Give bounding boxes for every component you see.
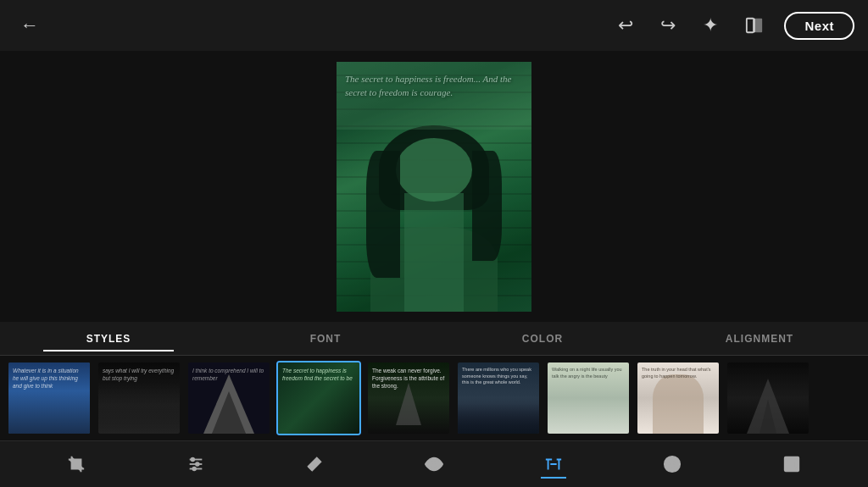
thumb-text-2: says what I will try everything but stop…: [103, 367, 175, 382]
svg-rect-0: [747, 19, 754, 33]
effects-tool-button[interactable]: [654, 451, 690, 477]
svg-point-7: [196, 462, 199, 466]
crop-tool-button[interactable]: [58, 451, 94, 477]
redo-button[interactable]: ↪: [654, 11, 682, 40]
svg-rect-12: [787, 460, 795, 468]
frames-tool-button[interactable]: [774, 451, 810, 477]
svg-rect-1: [755, 19, 762, 33]
thumb-text-5: The weak can never forgive. Forgiveness …: [372, 367, 445, 390]
main-canvas: The secret to happiness is freedom... An…: [0, 51, 868, 322]
magic-button[interactable]: ✦: [696, 11, 725, 40]
style-thumb-1[interactable]: Whatever it is in a situation he will gi…: [7, 361, 92, 435]
svg-point-6: [191, 458, 194, 462]
style-thumb-8[interactable]: The truth in your head that what's going…: [636, 361, 721, 435]
retouch-tool-button[interactable]: [297, 451, 332, 477]
top-left-controls: ←: [14, 11, 46, 40]
adjust-tool-button[interactable]: [178, 451, 214, 477]
thumb-text-7: Walking on a night life usually you talk…: [552, 367, 625, 379]
style-thumb-6[interactable]: There are millions who you speak someone…: [456, 361, 541, 435]
thumb-text-1: Whatever it is in a situation he will gi…: [13, 367, 86, 390]
text-tool-button[interactable]: [536, 451, 571, 477]
top-bar: ← ↩ ↪ ✦ Next: [0, 0, 868, 51]
top-right-controls: ↩ ↪ ✦ Next: [611, 11, 854, 40]
mask-tool-button[interactable]: [416, 451, 452, 477]
style-thumb-2[interactable]: says what I will try everything but stop…: [97, 361, 181, 435]
photo-container: The secret to happiness is freedom... An…: [337, 62, 531, 312]
svg-point-8: [192, 468, 196, 471]
thumb-text-4: The secret to happiness is freedom find …: [282, 367, 355, 382]
thumb-text-6: There are millions who you speak someone…: [462, 367, 535, 386]
style-thumb-7[interactable]: Walking on a night life usually you talk…: [546, 361, 631, 435]
thumb-text-8: The truth in your head that what's going…: [642, 367, 715, 379]
tab-styles[interactable]: STYLES: [0, 326, 217, 351]
bottom-toolbar: [0, 440, 868, 487]
next-button[interactable]: Next: [784, 12, 854, 40]
svg-point-10: [431, 462, 437, 467]
style-thumb-5[interactable]: The weak can never forgive. Forgiveness …: [366, 361, 451, 435]
style-thumb-4[interactable]: The secret to happiness is freedom find …: [276, 361, 361, 435]
thumb-text-3: I think to comprehend I will to remember: [192, 367, 265, 382]
tab-alignment[interactable]: ALIGNMENT: [651, 326, 868, 351]
tab-font[interactable]: FONT: [217, 326, 434, 351]
undo-button[interactable]: ↩: [611, 11, 640, 40]
green-tint-overlay: [337, 62, 531, 312]
thumbnails-strip: Whatever it is in a situation he will gi…: [0, 356, 868, 440]
style-thumb-3[interactable]: I think to comprehend I will to remember: [186, 361, 271, 435]
compare-button[interactable]: [738, 13, 771, 38]
back-button[interactable]: ←: [14, 11, 46, 40]
tabs-bar: STYLES FONT COLOR ALIGNMENT: [0, 322, 868, 356]
style-thumb-9[interactable]: [726, 361, 810, 435]
tab-color[interactable]: COLOR: [434, 326, 651, 351]
